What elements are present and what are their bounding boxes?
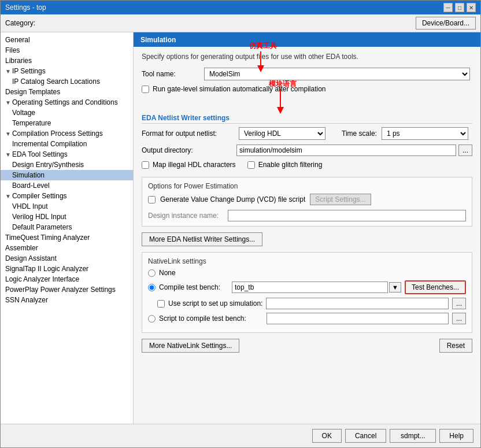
compilation-label: Compilation Process Settings (12, 129, 103, 138)
script-compile-browse[interactable]: ... (452, 313, 466, 324)
map-illegal-checkbox[interactable] (142, 161, 149, 169)
sidebar-item-compilation[interactable]: ▼ Compilation Process Settings (1, 128, 133, 139)
more-nativelink-button[interactable]: More NativeLink Settings... (142, 339, 239, 353)
design-instance-label: Design instance name: (148, 212, 223, 220)
panel-title: Simulation (140, 36, 176, 44)
sidebar-item-files[interactable]: Files (1, 45, 133, 55)
run-gatelevel-row: Run gate-level simulation automatically … (142, 85, 472, 93)
nativelink-title: NativeLink settings (148, 257, 466, 265)
main-panel: Simulation 仿真工具 Specify options for gene… (134, 32, 480, 424)
sidebar-item-design-assistant[interactable]: Design Assistant (1, 253, 133, 264)
sidebar-item-libraries[interactable]: Libraries (1, 55, 133, 66)
script-compile-label: Script to compile test bench: (159, 314, 263, 323)
timescale-dropdown[interactable]: 1 ps (382, 127, 468, 140)
sidebar-item-general[interactable]: General (1, 35, 133, 45)
panel-header: Simulation (134, 32, 480, 47)
tool-name-label: Tool name: (142, 70, 199, 78)
use-script-checkbox[interactable] (157, 300, 165, 308)
script-compile-input[interactable] (267, 313, 449, 324)
run-gatelevel-checkbox[interactable] (142, 86, 149, 93)
sidebar-item-assembler[interactable]: Assembler (1, 243, 133, 253)
more-eda-button[interactable]: More EDA Netlist Writer Settings... (142, 232, 262, 246)
generate-vcd-label: Generate Value Change Dump (VCD) file sc… (160, 195, 305, 203)
generate-vcd-checkbox[interactable] (148, 196, 156, 203)
output-dir-browse-button[interactable]: ... (458, 145, 472, 156)
script-compile-radio[interactable] (148, 315, 156, 323)
compile-bench-dropdown-button[interactable]: ▼ (389, 282, 401, 293)
sidebar-item-design-templates[interactable]: Design Templates (1, 87, 133, 97)
expand-icon: ▼ (5, 68, 11, 75)
window-controls: ─ □ ✕ (443, 3, 476, 12)
none-radio[interactable] (148, 269, 156, 277)
cancel-button[interactable]: Cancel (345, 429, 386, 443)
sidebar-item-operating-settings[interactable]: ▼ Operating Settings and Conditions (1, 97, 133, 108)
none-radio-row: None (148, 269, 466, 277)
sidebar-item-design-entry[interactable]: Design Entry/Synthesis (1, 160, 133, 170)
sidebar-item-logic-analyzer[interactable]: Logic Analyzer Interface (1, 274, 133, 284)
sidebar-item-default-params[interactable]: Default Parameters (1, 222, 133, 232)
sidebar-item-eda-tool[interactable]: ▼ EDA Tool Settings (1, 149, 133, 160)
ok-button[interactable]: OK (312, 429, 342, 443)
sidebar-item-compiler-settings[interactable]: ▼ Compiler Settings (1, 191, 133, 201)
sidebar-item-ip-settings[interactable]: ▼ IP Settings (1, 66, 133, 76)
sidebar-item-temperature[interactable]: Temperature (1, 118, 133, 128)
title-bar: Settings - top ─ □ ✕ (1, 1, 480, 14)
compile-bench-input[interactable]: top_tb (232, 282, 388, 293)
compiler-label: Compiler Settings (12, 192, 67, 200)
maximize-button[interactable]: □ (455, 3, 464, 12)
reset-button[interactable]: Reset (439, 339, 472, 353)
generate-vcd-row: Generate Value Change Dump (VCD) file sc… (148, 194, 466, 205)
tool-name-dropdown[interactable]: ModelSim (204, 68, 470, 80)
expand-icon3: ▼ (5, 131, 11, 137)
format-row: Format for output netlist: Verilog HDL T… (142, 127, 472, 140)
checkbox-row-two: Map illegal HDL characters Enable glitch… (142, 161, 472, 172)
output-dir-input[interactable]: simulation/modelsim (236, 145, 456, 156)
use-script-row: Use script to set up simulation: ... (157, 298, 466, 309)
map-illegal-row: Map illegal HDL characters (142, 161, 236, 169)
format-dropdown[interactable]: Verilog HDL (239, 127, 325, 140)
script-settings-button[interactable]: Script Settings... (310, 194, 371, 205)
compile-input-wrap: top_tb ▼ Test Benches... (232, 280, 466, 294)
enable-glitch-checkbox[interactable] (247, 161, 255, 169)
sidebar-item-signaltap[interactable]: SignalTap II Logic Analyzer (1, 264, 133, 274)
sidebar-item-voltage[interactable]: Voltage (1, 108, 133, 118)
sidebar: General Files Libraries ▼ IP Settings IP… (1, 32, 134, 424)
sidebar-item-timequest[interactable]: TimeQuest Timing Analyzer (1, 232, 133, 243)
device-board-button[interactable]: Device/Board... (416, 17, 476, 29)
power-estimation-title: Options for Power Estimation (148, 182, 466, 190)
output-dir-row: Output directory: simulation/modelsim ..… (142, 145, 472, 156)
sidebar-item-ssn[interactable]: SSN Analyzer (1, 295, 133, 305)
timescale-label: Time scale: (342, 129, 377, 138)
close-button[interactable]: ✕ (467, 3, 476, 12)
compile-bench-label: Compile test bench: (159, 283, 228, 291)
category-label: Category: (5, 19, 35, 27)
expand-icon4: ▼ (5, 151, 11, 158)
none-label: None (159, 269, 176, 277)
sidebar-item-verilog[interactable]: Verilog HDL Input (1, 212, 133, 222)
sdmpt-button[interactable]: sdmpt... (390, 429, 436, 443)
sidebar-item-powerplay[interactable]: PowerPlay Power Analyzer Settings (1, 284, 133, 295)
use-script-input[interactable] (266, 298, 449, 309)
sidebar-item-board-level[interactable]: Board-Level (1, 180, 133, 191)
sidebar-item-catalog-search[interactable]: IP Catalog Search Locations (1, 76, 133, 87)
design-instance-row: Design instance name: (148, 210, 466, 221)
run-gatelevel-label: Run gate-level simulation automatically … (153, 85, 325, 93)
use-script-browse[interactable]: ... (452, 298, 466, 309)
help-button[interactable]: Help (439, 429, 473, 443)
expand-icon2: ▼ (5, 99, 11, 106)
sidebar-item-vhdl[interactable]: VHDL Input (1, 201, 133, 212)
compile-bench-row: Compile test bench: top_tb ▼ Test Benche… (148, 280, 466, 294)
enable-glitch-row: Enable glitch filtering (247, 161, 323, 169)
minimize-button[interactable]: ─ (443, 3, 453, 12)
sidebar-item-simulation[interactable]: Simulation (1, 170, 133, 180)
output-dir-label: Output directory: (142, 146, 234, 154)
sidebar-item-incremental[interactable]: Incremental Compilation (1, 139, 133, 149)
eda-netlist-title: EDA Netlist Writer settings (142, 114, 472, 124)
test-benches-button[interactable]: Test Benches... (405, 280, 466, 294)
design-instance-input[interactable] (228, 210, 466, 221)
script-compile-row: Script to compile test bench: ... (148, 313, 466, 324)
annotation-module-lang-wrap: 模块语言 (142, 97, 472, 108)
compile-bench-radio[interactable] (148, 284, 156, 291)
enable-glitch-label: Enable glitch filtering (258, 161, 323, 169)
tool-name-row: Tool name: ModelSim (142, 68, 472, 80)
